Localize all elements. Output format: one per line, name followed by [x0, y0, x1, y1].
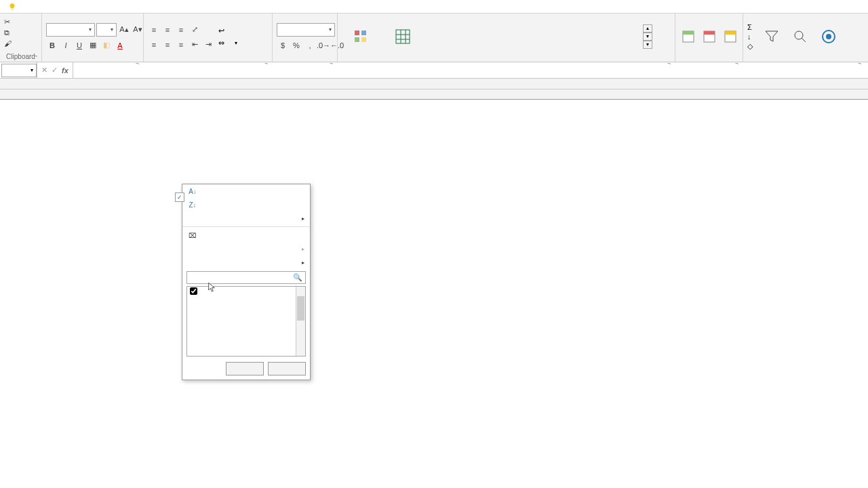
autofilter-dropdown: A↓ Z↓ ▸ ⌧ ▸ ▸ 🔍 [182, 184, 311, 380]
clear-filter[interactable]: ⌧ [182, 228, 310, 242]
decrease-font-button[interactable]: A▾ [132, 24, 144, 36]
group-label-editing [747, 59, 861, 62]
share-button[interactable] [816, 18, 841, 57]
sort-by-color[interactable]: ▸ [182, 211, 310, 225]
filter-cancel-button[interactable] [268, 362, 306, 375]
bold-button[interactable]: B [46, 39, 58, 52]
fill-button[interactable]: ↓ [747, 33, 755, 41]
svg-point-18 [826, 34, 831, 39]
svg-rect-4 [396, 30, 410, 43]
align-middle-button[interactable]: ≡ [161, 24, 174, 36]
name-box[interactable]: ▾ [1, 64, 37, 77]
format-painter-button[interactable]: 🖌 [4, 39, 16, 49]
table-icon [395, 28, 411, 45]
increase-decimal-button[interactable]: .0→ [317, 39, 330, 52]
svg-rect-3 [361, 37, 366, 42]
gallery-scroll[interactable]: ▴▾▾ [643, 24, 652, 50]
find-select-button[interactable] [788, 18, 812, 57]
italic-button[interactable]: I [60, 39, 72, 52]
formula-input[interactable] [73, 62, 868, 78]
group-label-styles [342, 59, 671, 62]
fill-color-button[interactable]: ◧ [100, 39, 113, 52]
conditional-formatting-icon [353, 28, 369, 45]
group-label-cells [679, 59, 738, 62]
format-as-table-button[interactable] [384, 18, 422, 57]
percent-button[interactable]: % [290, 39, 302, 52]
svg-rect-10 [683, 31, 694, 35]
tell-me[interactable] [8, 3, 19, 11]
fx-icon[interactable]: fx [62, 66, 68, 75]
user-name[interactable] [854, 5, 868, 9]
filter-search-input[interactable] [190, 274, 293, 281]
filter-by-color: ▸ [182, 242, 310, 256]
share-icon [821, 28, 837, 45]
mouse-cursor [207, 282, 218, 293]
align-bottom-button[interactable]: ≡ [175, 24, 187, 36]
text-filters[interactable]: ▸ [182, 256, 310, 269]
filter-search[interactable]: 🔍 [186, 271, 306, 284]
ribbon-tabs [0, 0, 868, 14]
sort-desc-icon: Z↓ [188, 200, 197, 209]
copy-button[interactable]: ⧉ [4, 28, 16, 38]
underline-button[interactable]: U [73, 39, 85, 52]
clear-button[interactable]: ◇ [747, 42, 755, 51]
format-icon [722, 28, 738, 45]
wrap-text-button[interactable]: ↩ [218, 26, 237, 36]
group-label-number [277, 59, 333, 62]
cut-button[interactable]: ✂ [4, 18, 16, 27]
filter-list-scrollbar[interactable] [296, 287, 305, 356]
worksheet-grid[interactable]: ✓ A↓ Z↓ ▸ ⌧ ▸ ▸ 🔍 [0, 79, 868, 485]
svg-line-16 [802, 38, 806, 42]
sort-filter-button[interactable] [760, 18, 784, 57]
accept-formula-icon[interactable]: ✓ [52, 66, 58, 75]
decrease-indent-button[interactable]: ⇤ [189, 39, 201, 51]
svg-rect-14 [725, 31, 736, 35]
conditional-formatting-button[interactable] [342, 18, 380, 57]
merge-center-button[interactable]: ⇔▾ [218, 39, 237, 48]
filter-ok-button[interactable] [226, 362, 264, 375]
group-label-alignment [148, 59, 268, 62]
align-left-button[interactable]: ≡ [148, 39, 160, 51]
increase-indent-button[interactable]: ⇥ [202, 39, 214, 51]
filter-value-list[interactable] [186, 286, 306, 357]
align-right-button[interactable]: ≡ [175, 39, 187, 51]
font-name-combo[interactable]: ▾ [46, 23, 95, 37]
search-icon: 🔍 [293, 273, 302, 282]
comma-button[interactable]: , [304, 39, 316, 52]
border-button[interactable]: ▦ [87, 39, 99, 52]
svg-rect-0 [355, 30, 359, 35]
orientation-button[interactable]: ⤢ [189, 24, 201, 36]
clear-filter-icon: ⌧ [188, 230, 197, 240]
insert-icon [680, 28, 696, 45]
sort-asc-icon: A↓ [188, 186, 197, 196]
delete-button[interactable] [701, 18, 717, 57]
accounting-button[interactable]: $ [277, 39, 289, 52]
filter-select-all[interactable] [187, 287, 305, 296]
svg-rect-2 [355, 37, 359, 42]
svg-rect-1 [361, 30, 366, 35]
autosum-button[interactable]: Σ [747, 23, 755, 31]
cell-styles-gallery[interactable] [426, 24, 642, 50]
search-icon [792, 28, 808, 45]
column-headers[interactable] [0, 79, 868, 89]
group-label-font [46, 59, 139, 62]
cancel-formula-icon[interactable]: ✕ [41, 66, 47, 75]
number-format-combo[interactable]: ▾ [277, 23, 335, 37]
ribbon: ✂ ⧉ 🖌 Clipboard ▾ ▾ A▴ A▾ B I U ▦ ◧ A [0, 14, 868, 62]
font-color-button[interactable]: A [114, 39, 126, 52]
increase-font-button[interactable]: A▴ [118, 24, 130, 36]
align-center-button[interactable]: ≡ [161, 39, 174, 51]
filter-apply-check[interactable]: ✓ [175, 192, 184, 202]
format-button[interactable] [722, 18, 738, 57]
funnel-icon [764, 28, 780, 45]
align-top-button[interactable]: ≡ [148, 24, 160, 36]
table-header-row [0, 89, 868, 100]
font-size-combo[interactable]: ▾ [96, 23, 117, 37]
lightbulb-icon [8, 3, 16, 11]
insert-button[interactable] [679, 18, 696, 57]
svg-rect-12 [704, 31, 715, 35]
group-label-clipboard: Clipboard [4, 52, 37, 62]
delete-icon [701, 28, 717, 45]
sort-az[interactable]: A↓ [182, 184, 310, 198]
sort-za[interactable]: Z↓ [182, 198, 310, 211]
